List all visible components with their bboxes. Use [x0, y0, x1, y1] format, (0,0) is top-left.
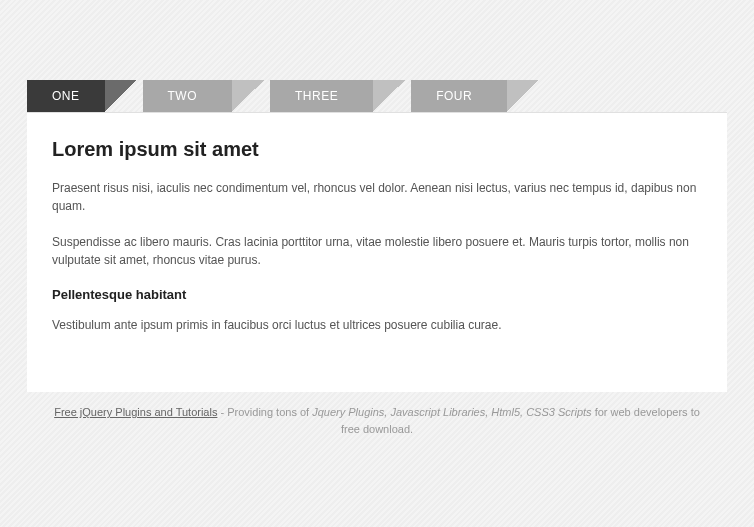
- footer-span: - Providing tons of: [217, 406, 312, 418]
- content-paragraph: Praesent risus nisi, iaculis nec condime…: [52, 179, 702, 215]
- footer-link[interactable]: Free jQuery Plugins and Tutorials: [54, 406, 217, 418]
- tab-label: TWO: [168, 89, 198, 103]
- tab-label: FOUR: [436, 89, 472, 103]
- content-subheading: Pellentesque habitant: [52, 287, 702, 302]
- tab-label: ONE: [52, 89, 80, 103]
- tab-four[interactable]: FOUR: [411, 80, 507, 112]
- content-paragraph: Suspendisse ac libero mauris. Cras lacin…: [52, 233, 702, 269]
- footer-text: Free jQuery Plugins and Tutorials - Prov…: [27, 392, 727, 437]
- tab-label: THREE: [295, 89, 338, 103]
- page-container: ONE TWO THREE FOUR Lorem ipsum sit amet …: [27, 0, 727, 437]
- tab-one[interactable]: ONE: [27, 80, 105, 112]
- content-heading: Lorem ipsum sit amet: [52, 138, 702, 161]
- footer-emph: Jquery Plugins, Javascript Libraries, Ht…: [312, 406, 591, 418]
- tab-bar: ONE TWO THREE FOUR: [27, 80, 727, 112]
- tab-two[interactable]: TWO: [143, 80, 233, 112]
- content-panel: Lorem ipsum sit amet Praesent risus nisi…: [27, 112, 727, 392]
- content-paragraph: Vestibulum ante ipsum primis in faucibus…: [52, 316, 702, 334]
- tab-three[interactable]: THREE: [270, 80, 373, 112]
